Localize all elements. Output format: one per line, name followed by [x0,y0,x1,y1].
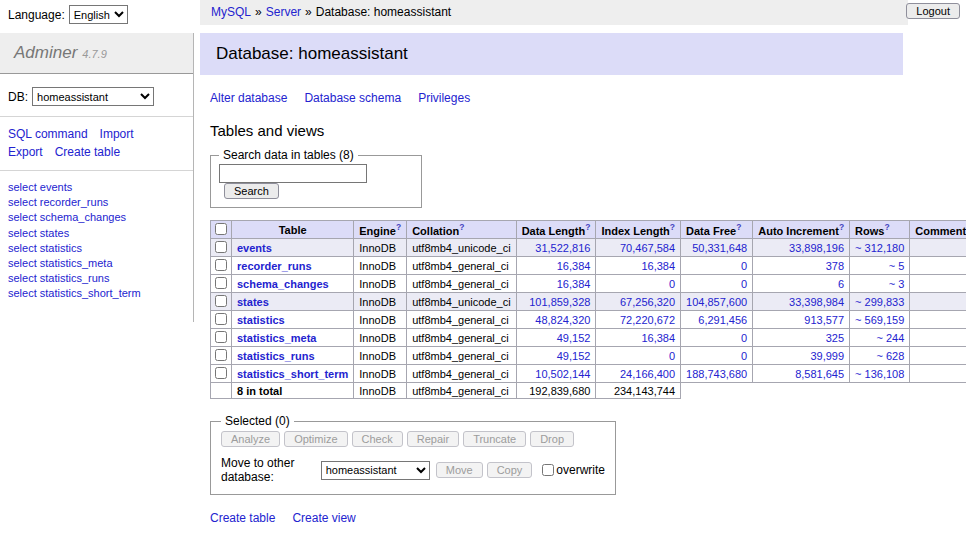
engine-cell: InnoDB [354,275,407,293]
doc-link-data-free[interactable]: ? [736,222,741,232]
drop-button[interactable]: Drop [530,431,574,447]
db-link-alter-database[interactable]: Alter database [210,91,287,105]
rows-link-statistics-meta[interactable]: ~ 244 [877,332,905,344]
rows-cell: ~ 3 [850,275,910,293]
rows-link-statistics-short-term[interactable]: ~ 136,108 [855,368,904,380]
create-links: Create tableCreate view [210,511,903,525]
row-checkbox-cell [211,311,232,329]
tables-table: TableEngine?Collation?Data Length?Index … [210,220,966,399]
move-button[interactable]: Move [436,462,483,478]
doc-link-data-length[interactable]: ? [585,222,590,232]
table-link-events[interactable]: events [237,242,272,254]
table-link-statistics[interactable]: statistics [237,314,285,326]
total-blank-cell [681,383,966,399]
comment-cell [910,329,966,347]
row-checkbox-cell [211,275,232,293]
table-link-schema-changes[interactable]: schema_changes [237,278,329,290]
breadcrumb-link-server[interactable]: Server [266,5,301,19]
sql-command-link[interactable]: SQL command [8,127,88,141]
search-input[interactable] [219,164,367,183]
create-link-create-table[interactable]: Create table [210,511,275,525]
auto-increment-cell: 6 [753,275,850,293]
table-link-statistics-meta[interactable]: statistics_meta [237,332,317,344]
rows-link-statistics[interactable]: ~ 569,159 [855,314,904,326]
repair-button[interactable]: Repair [407,431,459,447]
sidebar-table-link-select-states[interactable]: select states [8,227,69,239]
table-row: recorder_runsInnoDButf8mb4_general_ci16,… [211,257,966,275]
check-button[interactable]: Check [352,431,403,447]
table-link-recorder-runs[interactable]: recorder_runs [237,260,312,272]
db-select[interactable]: homeassistant [32,87,154,106]
selected-buttons: AnalyzeOptimizeCheckRepairTruncateDrop [221,431,605,447]
analyze-button[interactable]: Analyze [221,431,280,447]
table-link-statistics-short-term[interactable]: statistics_short_term [237,368,348,380]
select-all-checkbox[interactable] [215,223,227,235]
row-checkbox-statistics-short-term[interactable] [215,367,227,379]
language-label: Language: [8,8,65,22]
doc-link-index-length[interactable]: ? [670,222,675,232]
breadcrumb-current: Database: homeassistant [316,5,451,19]
row-checkbox-statistics-meta[interactable] [215,331,227,343]
sidebar-table-link-select-statistics-short-term[interactable]: select statistics_short_term [8,287,141,299]
truncate-button[interactable]: Truncate [463,431,526,447]
row-checkbox-cell [211,239,232,257]
language-control: Language:English [8,5,128,24]
row-checkbox-statistics-runs[interactable] [215,349,227,361]
index-length-cell: 16,384 [596,329,681,347]
table-name-cell: statistics [232,311,354,329]
sidebar-table-link-select-statistics[interactable]: select statistics [8,242,82,254]
copy-button[interactable]: Copy [487,462,533,478]
doc-link-engine[interactable]: ? [396,222,401,232]
sidebar-create-table-link[interactable]: Create table [55,145,120,159]
sidebar-table-link-select-statistics-runs[interactable]: select statistics_runs [8,272,109,284]
sidebar-table-link-select-recorder-runs[interactable]: select recorder_runs [8,196,108,208]
language-select[interactable]: English [69,5,128,24]
doc-link-auto-increment[interactable]: ? [839,222,844,232]
sidebar-table-link-select-schema-changes[interactable]: select schema_changes [8,211,126,223]
search-button[interactable]: Search [224,183,279,199]
row-checkbox-cell [211,293,232,311]
breadcrumb-separator: » [255,5,262,19]
sidebar: Adminer4.7.9 DB:homeassistant SQL comman… [0,33,194,322]
sidebar-table-link-select-statistics-meta[interactable]: select statistics_meta [8,257,113,269]
rows-link-states[interactable]: ~ 299,833 [855,296,904,308]
table-link-statistics-runs[interactable]: statistics_runs [237,350,315,362]
table-name-cell: statistics_short_term [232,365,354,383]
db-link-privileges[interactable]: Privileges [418,91,470,105]
breadcrumb-link-mysql[interactable]: MySQL [211,5,251,19]
move-db-select[interactable]: homeassistant [321,461,430,480]
row-checkbox-schema-changes[interactable] [215,277,227,289]
rows-link-recorder-runs[interactable]: ~ 5 [889,260,905,272]
comment-cell [910,365,966,383]
import-link[interactable]: Import [100,127,134,141]
table-link-states[interactable]: states [237,296,269,308]
export-link[interactable]: Export [8,145,43,159]
optimize-button[interactable]: Optimize [284,431,347,447]
rows-link-events[interactable]: ~ 312,180 [855,242,904,254]
create-link-create-view[interactable]: Create view [292,511,355,525]
index-length-cell: 16,384 [596,257,681,275]
data-length-cell: 10,502,144 [516,365,596,383]
row-checkbox-statistics[interactable] [215,313,227,325]
row-checkbox-recorder-runs[interactable] [215,259,227,271]
data-length-cell: 16,384 [516,275,596,293]
comment-cell [910,257,966,275]
auto-increment-cell: 8,581,645 [753,365,850,383]
index-length-cell: 72,220,672 [596,311,681,329]
overwrite-checkbox[interactable] [542,464,554,476]
index-length-cell: 0 [596,275,681,293]
row-checkbox-events[interactable] [215,241,227,253]
doc-link-rows[interactable]: ? [884,222,889,232]
doc-link-collation[interactable]: ? [459,222,464,232]
sidebar-table-link-select-events[interactable]: select events [8,181,72,193]
table-name-cell: statistics_runs [232,347,354,365]
db-link-database-schema[interactable]: Database schema [304,91,401,105]
logout-button[interactable]: Logout [906,3,960,19]
collation-cell: utf8mb4_general_ci [407,365,516,383]
db-selector-row: DB:homeassistant [0,74,193,116]
row-checkbox-states[interactable] [215,295,227,307]
rows-link-schema-changes[interactable]: ~ 3 [889,278,905,290]
rows-link-statistics-runs[interactable]: ~ 628 [877,350,905,362]
collation-cell: utf8mb4_general_ci [407,275,516,293]
table-row: statistics_short_termInnoDButf8mb4_gener… [211,365,966,383]
